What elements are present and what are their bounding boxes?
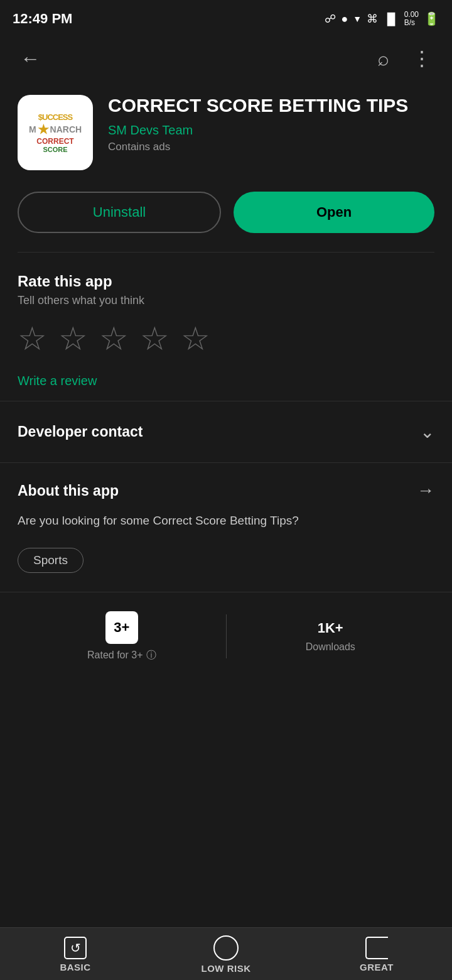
star-3[interactable]: ☆ (99, 322, 129, 355)
developer-contact-section[interactable]: Developer contact ⌄ (0, 401, 452, 462)
great-nav-icon (365, 937, 388, 959)
action-buttons: Uninstall Open (0, 185, 452, 252)
uninstall-button[interactable]: Uninstall (18, 192, 221, 233)
about-section: About this app → Are you looking for som… (0, 462, 452, 592)
sports-tag[interactable]: Sports (18, 548, 83, 573)
write-review-button[interactable]: Write a review (18, 374, 97, 388)
message-icon: ☍ (325, 12, 336, 26)
bottom-nav: ↺ BASIC LOW RISK GREAT (0, 927, 452, 980)
wifi-icon: ⌘ (367, 12, 378, 26)
dot-indicator: ● (341, 13, 348, 26)
signal-bars-icon: ▐▌ (383, 13, 399, 26)
search-button[interactable]: ⌕ (375, 46, 392, 71)
stars-row: ☆ ☆ ☆ ☆ ☆ (18, 322, 434, 355)
info-icon[interactable]: ⓘ (146, 649, 156, 662)
downloads-value: 1K+ (318, 620, 343, 636)
status-bar: 12:49 PM ☍ ● ▼ ⌘ ▐▌ 0.00B/s 🔋 (0, 0, 452, 35)
nav-label-basic: BASIC (60, 962, 90, 972)
star-2[interactable]: ☆ (58, 322, 88, 355)
star-4[interactable]: ☆ (140, 322, 170, 355)
rated-for-label: Rated for 3+ ⓘ (87, 649, 156, 662)
data-speed-label: 0.00B/s (404, 11, 419, 27)
top-nav: ← ⌕ ⋮ (0, 35, 452, 82)
nav-item-lowrisk[interactable]: LOW RISK (151, 935, 301, 974)
about-description: Are you looking for some Correct Score B… (18, 512, 434, 530)
stat-rating: 3+ Rated for 3+ ⓘ (18, 611, 226, 662)
icon-text-line3: CORRECT (36, 137, 73, 146)
rate-section: Rate this app Tell others what you think… (0, 253, 452, 401)
icon-crown-left: M (29, 124, 36, 134)
about-header: About this app → (18, 481, 434, 501)
rate-subtitle: Tell others what you think (18, 294, 434, 307)
app-header: $UCCESS M ★ NARCH CORRECT SCORE CORRECT … (0, 82, 452, 185)
back-button[interactable]: ← (18, 46, 43, 71)
nav-item-great[interactable]: GREAT (301, 937, 452, 972)
stats-row: 3+ Rated for 3+ ⓘ 1K+ Downloads (0, 592, 452, 681)
status-icons: ☍ ● ▼ ⌘ ▐▌ 0.00B/s 🔋 (325, 11, 439, 27)
age-rating-icon: 3+ (105, 611, 138, 644)
signal-down-icon: ▼ (353, 14, 362, 24)
battery-icon: 🔋 (424, 11, 439, 26)
status-time: 12:49 PM (13, 11, 72, 27)
icon-crown-right: NARCH (50, 124, 82, 134)
nav-label-lowrisk: LOW RISK (202, 963, 251, 974)
app-ads: Contains ads (108, 141, 434, 153)
more-options-button[interactable]: ⋮ (409, 46, 434, 71)
star-5[interactable]: ☆ (181, 322, 210, 355)
rated-for-text: Rated for 3+ (87, 650, 143, 661)
chevron-down-icon: ⌄ (420, 422, 434, 442)
open-button[interactable]: Open (234, 192, 434, 233)
downloads-label: Downloads (306, 641, 355, 653)
app-icon: $UCCESS M ★ NARCH CORRECT SCORE (18, 95, 93, 170)
star-1[interactable]: ☆ (18, 322, 47, 355)
stat-downloads: 1K+ Downloads (227, 620, 435, 653)
app-info: CORRECT SCORE BETTING TIPS SM Devs Team … (108, 95, 434, 153)
icon-text-line1: $UCCESS (38, 112, 72, 122)
rate-title: Rate this app (18, 273, 434, 290)
back-nav-icon: ↺ (64, 937, 87, 959)
icon-text-line4: SCORE (43, 146, 67, 153)
app-title: CORRECT SCORE BETTING TIPS (108, 95, 434, 117)
icon-star: ★ (38, 122, 49, 137)
developer-contact-label: Developer contact (18, 423, 143, 440)
home-nav-icon (213, 935, 239, 961)
arrow-right-icon[interactable]: → (417, 481, 434, 501)
app-developer[interactable]: SM Devs Team (108, 123, 434, 138)
about-label: About this app (18, 482, 119, 499)
nav-item-basic[interactable]: ↺ BASIC (0, 937, 151, 972)
nav-label-great: GREAT (360, 962, 394, 972)
nav-action-icons: ⌕ ⋮ (375, 46, 434, 71)
